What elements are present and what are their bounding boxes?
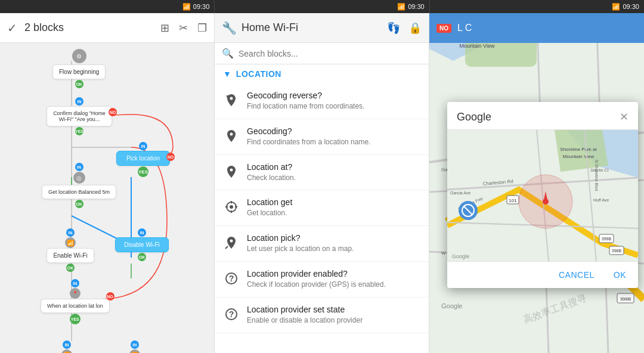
- node-confirm-dialog[interactable]: IN Confirm dialog "Home Wi-Fi" "Are you.…: [47, 97, 112, 136]
- location-get-icon: [223, 199, 240, 215]
- svg-text:Mountain View: Mountain View: [563, 154, 595, 159]
- close-icon[interactable]: ✕: [620, 110, 628, 123]
- node-disable-wifi-1[interactable]: IN Disable Wi-Fi OK: [115, 228, 169, 262]
- dialog-overlay: Google ✕ Shoreline Park at Mountain View: [441, 37, 644, 353]
- block-desc-geocoding-reverse: Find location name from coordinates.: [247, 101, 420, 112]
- cut-icon[interactable]: ✂: [179, 21, 188, 35]
- block-name-location-provider-set-state: Location provider set state: [247, 305, 420, 314]
- block-item-location-at[interactable]: Location at? Check location.: [215, 155, 429, 191]
- signal-icon-1: 📶: [182, 3, 191, 11]
- node-disable-wifi-2[interactable]: IN 📶 Disable Wi-Fi OK: [110, 340, 159, 353]
- signal-icon-2: 📶: [397, 3, 405, 11]
- dot-yes-pickloc: YES: [138, 166, 148, 177]
- node-pick-location[interactable]: IN Pick location NO YES: [116, 141, 170, 178]
- search-input[interactable]: [239, 49, 422, 58]
- geocoding-reverse-icon: [223, 92, 240, 109]
- node-box-getloc: Get location Balanced 5m: [42, 185, 116, 199]
- search-icon: 🔍: [222, 48, 234, 59]
- wifi-icon-3: 📶: [129, 349, 140, 353]
- block-item-location-provider-set-state[interactable]: ? Location provider set state Enable or …: [215, 298, 429, 333]
- block-name-location-at: Location at?: [247, 162, 420, 172]
- dot-no-pickloc: NO: [166, 153, 175, 161]
- svg-line-12: [225, 246, 228, 249]
- lock-icon[interactable]: 🔒: [408, 21, 422, 35]
- flow-title: 2 blocks: [24, 21, 153, 34]
- block-text-location-at: Location at? Check location.: [247, 162, 420, 183]
- svg-point-7: [230, 205, 233, 209]
- grid-icon[interactable]: ⊞: [160, 21, 169, 35]
- flow-panel: ✓ 2 blocks ⊞ ✂ ❐: [0, 13, 215, 353]
- status-bar: 📶 09:30 📶 09:30 📶 09:30: [0, 0, 644, 13]
- location-at-icon: [223, 163, 240, 180]
- dot-ok-enablewifi1: OK: [66, 264, 75, 272]
- svg-text:N Shoreline Blvd: N Shoreline Blvd: [595, 160, 599, 191]
- ok-button[interactable]: OK: [609, 267, 631, 283]
- node-box-enablewifi1: Enable Wi-Fi: [47, 248, 94, 263]
- status-bar-3: 📶 09:30: [430, 0, 644, 13]
- dot-in-disablewifi1: IN: [138, 228, 146, 237]
- cancel-button[interactable]: Cancel: [554, 267, 599, 283]
- node-enable-wifi-1[interactable]: IN 📶 Enable Wi-Fi OK: [47, 228, 94, 273]
- flow-toolbar-icons: ⊞ ✂ ❐: [160, 21, 207, 35]
- svg-text:Shoreline Park at: Shoreline Park at: [560, 147, 597, 152]
- block-name-geocoding: Geocoding?: [247, 126, 420, 136]
- svg-text:Google: Google: [452, 253, 469, 259]
- block-item-geocoding[interactable]: Geocoding? Find coordinates from a locat…: [215, 119, 429, 155]
- dialog-box: Google ✕ Shoreline Park at Mountain View: [447, 102, 638, 288]
- svg-text:?: ?: [229, 274, 234, 283]
- map-panel: NO L C Cha: [429, 13, 644, 353]
- gear-icon-flow: ⚙: [72, 49, 86, 63]
- svg-text:?: ?: [229, 309, 234, 319]
- location-pick-icon: [223, 234, 240, 251]
- wrench-icon: 🔧: [222, 21, 237, 35]
- block-name-location-pick: Location pick?: [247, 233, 420, 243]
- dialog-title: Google: [457, 111, 491, 123]
- dot-in-disablewifi2: IN: [131, 340, 139, 349]
- block-text-geocoding-reverse: Geocoding reverse? Find location name fr…: [247, 91, 420, 112]
- block-item-location-provider-enabled[interactable]: ? Location provider enabled? Check if lo…: [215, 262, 429, 298]
- section-header-location[interactable]: ▼ LOCATION: [215, 64, 429, 83]
- node-when-at-location[interactable]: IN 📍 When at location lat lon NO YES: [41, 278, 110, 325]
- block-text-location-provider-set-state: Location provider set state Enable or di…: [247, 305, 420, 326]
- dot-ok-getloc: OK: [75, 200, 83, 208]
- dot-no-confirm: NO: [109, 108, 117, 116]
- node-box-flow-beginning: Flow beginning: [52, 64, 106, 79]
- footstep-icon[interactable]: 👣: [387, 21, 400, 35]
- svg-text:Garcia Ave: Garcia Ave: [450, 191, 470, 195]
- block-text-location-get: Location get Get location.: [247, 197, 420, 218]
- dot-in-getloc: IN: [75, 163, 83, 171]
- block-desc-location-provider-set-state: Enable or disable a location provider: [247, 315, 420, 326]
- copy-icon[interactable]: ❐: [197, 21, 207, 35]
- wifi-icon-1: 📶: [65, 237, 76, 248]
- search-bar[interactable]: 🔍: [215, 43, 429, 64]
- section-label: LOCATION: [236, 69, 281, 79]
- block-name-location-get: Location get: [247, 197, 420, 207]
- block-item-geocoding-reverse[interactable]: Geocoding reverse? Find location name fr…: [215, 83, 429, 119]
- block-text-location-pick: Location pick? Let user pick a location …: [247, 233, 420, 254]
- chevron-down-icon: ▼: [223, 69, 231, 79]
- svg-text:101: 101: [509, 198, 517, 203]
- crosshair-icon: ◎: [73, 172, 85, 184]
- block-item-location-get[interactable]: Location get Get location.: [215, 190, 429, 226]
- geocoding-icon: [223, 128, 240, 144]
- main-area: ✓ 2 blocks ⊞ ✂ ❐: [0, 13, 644, 353]
- block-desc-location-at: Check location.: [247, 173, 420, 183]
- node-box-whenat: When at location lat lon: [41, 299, 110, 313]
- dot-in-enablewifi1: IN: [66, 228, 75, 237]
- dot-in-enablewifi2: IN: [63, 340, 71, 349]
- dialog-footer: Cancel OK: [447, 261, 638, 288]
- node-get-location[interactable]: IN ◎ Get location Balanced 5m OK: [42, 162, 116, 209]
- search-panel: 🔧 Home Wi-Fi 👣 🔒 🔍 ▼ LOCATION Geocoding …: [215, 13, 429, 353]
- block-desc-location-pick: Let user pick a location on a map.: [247, 244, 420, 254]
- svg-text:398B: 398B: [612, 249, 622, 253]
- block-text-location-provider-enabled: Location provider enabled? Check if loca…: [247, 269, 420, 290]
- block-list: Geocoding reverse? Find location name fr…: [215, 83, 429, 353]
- location-provider-enabled-icon: ?: [223, 270, 240, 287]
- flow-toolbar: ✓ 2 blocks ⊞ ✂ ❐: [0, 13, 214, 43]
- location-icon-whenat: 📍: [70, 288, 80, 299]
- check-icon[interactable]: ✓: [7, 21, 17, 35]
- node-flow-beginning[interactable]: ⚙ Flow beginning OK: [52, 49, 106, 89]
- node-enable-wifi-2[interactable]: IN 📶 Enable Wi-Fi OK: [43, 340, 91, 353]
- block-item-location-pick[interactable]: Location pick? Let user pick a location …: [215, 226, 429, 262]
- dot-in-confirm: IN: [75, 97, 83, 106]
